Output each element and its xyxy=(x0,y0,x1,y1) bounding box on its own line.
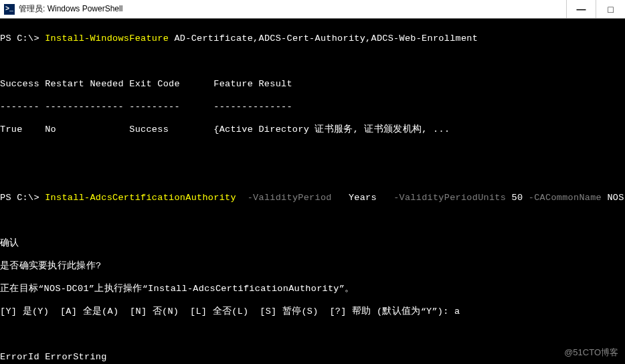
confirm-question: 是否确实要执行此操作? xyxy=(0,260,625,272)
param-value: Years xyxy=(332,193,377,203)
param-flag: -ValidityPeriod xyxy=(236,193,332,203)
param-flag: -CACommonName xyxy=(523,193,602,203)
param-value: 50 xyxy=(506,193,523,203)
param-value: NOS-CA xyxy=(602,193,625,203)
command-name: Install-WindowsFeature xyxy=(45,33,169,43)
table-row: True No Success {Active Directory 证书服务, … xyxy=(0,124,625,135)
confirm-title: 确认 xyxy=(0,238,625,249)
confirm-target: 正在目标“NOS-DC01”上执行操作“Install-AdcsCertific… xyxy=(0,283,625,294)
table-divider: ------- -------------- --------- -------… xyxy=(0,101,625,112)
powershell-icon: >_ xyxy=(4,4,15,15)
titlebar-left: >_ 管理员: Windows PowerShell xyxy=(0,3,122,15)
maximize-button[interactable]: □ xyxy=(596,0,625,18)
prompt: PS C:\> xyxy=(0,33,45,43)
window-title: 管理员: Windows PowerShell xyxy=(19,3,122,15)
table-header: Success Restart Needed Exit Code Feature… xyxy=(0,78,625,90)
command-name: Install-AdcsCertificationAuthority xyxy=(45,193,236,203)
window-titlebar: >_ 管理员: Windows PowerShell — □ xyxy=(0,0,625,19)
titlebar-controls: — □ xyxy=(566,0,625,18)
watermark: @51CTO博客 xyxy=(564,347,618,359)
command-args: AD-Certificate,ADCS-Cert-Authority,ADCS-… xyxy=(169,33,478,43)
error-header: ErrorId ErrorString xyxy=(0,351,625,363)
param-flag: -ValidityPeriodUnits xyxy=(377,193,506,203)
terminal-output[interactable]: PS C:\> Install-WindowsFeature AD-Certif… xyxy=(0,19,625,364)
minimize-button[interactable]: — xyxy=(566,0,596,18)
prompt: PS C:\> xyxy=(0,193,45,203)
confirm-options: [Y] 是(Y) [A] 全是(A) [N] 否(N) [L] 全否(L) [S… xyxy=(0,306,625,317)
